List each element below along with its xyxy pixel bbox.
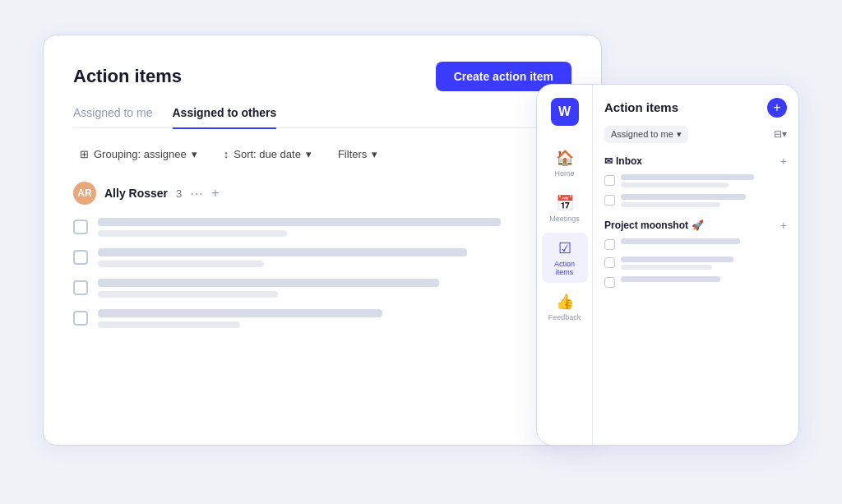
table-row: [73, 309, 571, 328]
mobile-page-title: Action items: [604, 100, 678, 114]
sidebar-item-label: Home: [554, 169, 574, 178]
item-line-secondary: [621, 265, 712, 270]
item-line-secondary: [98, 261, 264, 267]
checkbox-4[interactable]: [73, 311, 88, 326]
mobile-logo: W: [551, 98, 579, 126]
meetings-icon: 📅: [556, 194, 574, 212]
item-line-secondary: [98, 230, 287, 237]
table-row: [73, 218, 571, 237]
filters-chevron-icon: ▾: [372, 148, 377, 160]
tab-assigned-to-others[interactable]: Assigned to others: [173, 106, 277, 129]
action-items-list: [73, 218, 571, 328]
filter-chevron-icon: ▾: [677, 129, 682, 140]
sort-button[interactable]: ↕ Sort: due date ▾: [217, 145, 318, 164]
item-line-secondary: [98, 291, 278, 298]
table-row: [73, 248, 571, 267]
list-item: [604, 276, 787, 288]
item-line-primary: [621, 257, 733, 262]
mobile-section-inbox: ✉ Inbox +: [604, 155, 787, 207]
sort-chevron-icon: ▾: [306, 148, 312, 160]
item-line-primary: [98, 279, 439, 287]
inbox-icon: ✉: [604, 155, 613, 167]
item-line-primary: [98, 309, 382, 317]
sort-icon: ↕: [224, 148, 229, 160]
tab-assigned-to-me[interactable]: Assigned to me: [73, 106, 153, 129]
item-line-primary: [621, 194, 746, 200]
assignee-count: 3: [176, 187, 182, 200]
list-item: [604, 238, 787, 250]
home-icon: 🏠: [556, 149, 574, 167]
mobile-section-moonshot: Project moonshot 🚀 +: [604, 219, 787, 288]
item-line-primary: [621, 174, 754, 180]
sidebar-item-meetings[interactable]: 📅 Meetings: [542, 187, 588, 229]
table-icon: ⊞: [80, 148, 89, 160]
section-title-inbox: ✉ Inbox: [604, 155, 642, 167]
item-line-secondary: [621, 183, 729, 187]
mobile-filter-row: Assigned to me ▾ ⊟▾: [604, 126, 787, 143]
section-title-moonshot: Project moonshot 🚀: [604, 220, 704, 231]
mobile-section-header: Project moonshot 🚀 +: [604, 219, 787, 232]
section-add-icon[interactable]: +: [780, 219, 787, 232]
table-row: [73, 279, 571, 298]
mobile-checkbox[interactable]: [604, 239, 615, 250]
checkbox-2[interactable]: [73, 250, 88, 265]
item-line-primary: [621, 238, 740, 244]
tune-icon[interactable]: ⊟▾: [774, 128, 787, 140]
tabs: Assigned to me Assigned to others: [73, 106, 571, 129]
sidebar-item-home[interactable]: 🏠 Home: [542, 142, 588, 184]
mobile-checkbox[interactable]: [604, 257, 615, 268]
sidebar-item-feedback[interactable]: 👍 Feedback: [542, 286, 588, 328]
mobile-content: Action items + Assigned to me ▾ ⊟▾ ✉ Inb…: [593, 85, 798, 445]
main-header: Action items Create action item: [73, 62, 571, 91]
filter-label: Assigned to me: [611, 129, 673, 139]
item-line-primary: [98, 218, 501, 226]
checkbox-1[interactable]: [73, 220, 88, 234]
assignee-name: Ally Rosser: [104, 187, 168, 200]
mobile-checkbox[interactable]: [604, 175, 615, 186]
item-line-primary: [621, 276, 720, 282]
list-item: [604, 174, 787, 187]
item-line-secondary: [621, 202, 720, 207]
main-card: Action items Create action item Assigned…: [43, 35, 602, 446]
filters-button[interactable]: Filters ▾: [331, 145, 384, 164]
sidebar-item-label: Feedback: [548, 313, 581, 321]
chevron-down-icon: ▾: [192, 148, 197, 160]
mobile-content-header: Action items +: [604, 98, 787, 118]
sidebar-item-action-items[interactable]: ☑ Action items: [542, 233, 588, 283]
item-line-secondary: [98, 321, 240, 328]
list-item: [604, 194, 787, 207]
feedback-icon: 👍: [556, 293, 574, 311]
assigned-to-me-filter[interactable]: Assigned to me ▾: [604, 126, 688, 143]
mobile-card: W 🏠 Home 📅 Meetings ☑ Action items 👍 Fee…: [536, 84, 799, 446]
rocket-icon: 🚀: [692, 220, 704, 231]
mobile-add-button[interactable]: +: [767, 98, 787, 118]
more-icon[interactable]: ⋯: [190, 186, 203, 201]
mobile-checkbox[interactable]: [604, 195, 615, 206]
page-title: Action items: [73, 66, 182, 87]
mobile-section-header: ✉ Inbox +: [604, 155, 787, 168]
grouping-button[interactable]: ⊞ Grouping: assignee ▾: [73, 145, 204, 164]
checkbox-3[interactable]: [73, 280, 88, 295]
mobile-checkbox[interactable]: [604, 277, 615, 288]
sidebar-item-label: Meetings: [549, 215, 580, 223]
avatar: AR: [73, 182, 96, 205]
mobile-sidebar: W 🏠 Home 📅 Meetings ☑ Action items 👍 Fee…: [537, 85, 593, 445]
add-item-icon[interactable]: +: [211, 186, 219, 201]
sidebar-item-label: Action items: [547, 260, 583, 276]
assignee-row: AR Ally Rosser 3 ⋯ +: [73, 182, 571, 205]
toolbar: ⊞ Grouping: assignee ▾ ↕ Sort: due date …: [73, 145, 571, 164]
action-items-icon: ☑: [558, 239, 571, 257]
list-item: [604, 257, 787, 270]
section-add-icon[interactable]: +: [780, 155, 787, 168]
item-line-primary: [98, 248, 467, 257]
